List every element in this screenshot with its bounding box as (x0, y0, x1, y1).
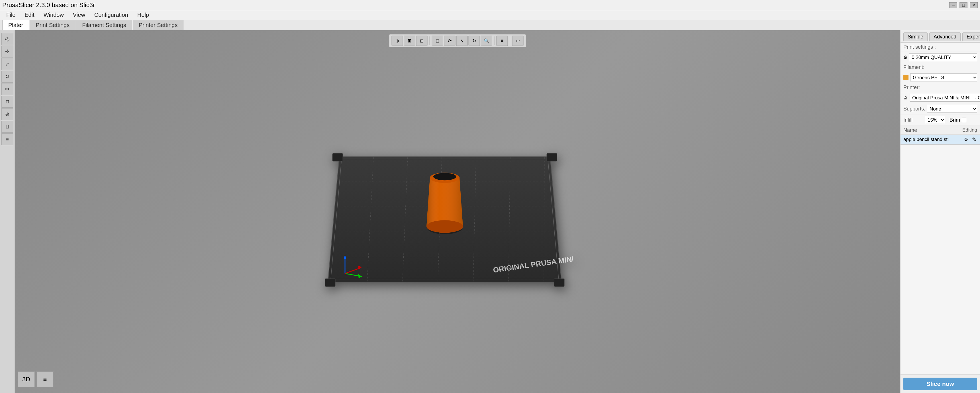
menu-item-edit[interactable]: Edit (21, 11, 38, 19)
slice-button[interactable]: Slice now (904, 378, 977, 390)
col-name-header: Name (904, 127, 955, 133)
svg-point-27 (433, 173, 456, 180)
view-3d-btn[interactable]: 3D (18, 371, 35, 387)
rotate-button[interactable]: ↻ (469, 36, 480, 46)
brim-label: Brim (950, 117, 960, 123)
minimize-button[interactable]: ─ (949, 2, 957, 8)
supports-row: Supports: None (900, 103, 980, 115)
quality-select[interactable]: 0.20mm QUALITY (909, 53, 977, 61)
toolbar-divider (510, 37, 510, 45)
delete-object-button[interactable]: 🗑 (404, 36, 415, 46)
tab-bar: PlaterPrint SettingsFilament SettingsPri… (0, 20, 980, 30)
menu-item-view[interactable]: View (69, 11, 89, 19)
menu-item-window[interactable]: Window (40, 11, 68, 19)
view-controls: 3D≡ (18, 371, 54, 387)
menu-item-help[interactable]: Help (133, 11, 153, 19)
fdm-support-tool[interactable]: ⊔ (2, 121, 13, 133)
support-tool[interactable]: ⊓ (2, 96, 13, 108)
brim-checkbox[interactable] (962, 118, 966, 122)
object-row[interactable]: apple pencil stand.stl ⚙ ✎ (900, 135, 980, 145)
viewport[interactable]: ⊕🗑⊞⊟⟳⤡↻🔍≡↩ (15, 30, 900, 393)
svg-rect-15 (554, 278, 564, 286)
tab-print-settings[interactable]: Print Settings (30, 20, 75, 30)
infill-brim-row: Infill 15% Brim (900, 115, 980, 126)
filament-select-row: Generic PETG (900, 72, 980, 83)
quality-row: ⚙ 0.20mm QUALITY (900, 52, 980, 63)
object-edit-icon[interactable]: ✎ (971, 137, 977, 143)
tab-printer-settings[interactable]: Printer Settings (133, 20, 184, 30)
print-settings-label: Print settings : (904, 44, 936, 50)
close-button[interactable]: ✕ (970, 2, 978, 8)
menu-item-configuration[interactable]: Configuration (90, 11, 132, 19)
move-tool[interactable]: ✛ (2, 46, 13, 57)
object-list: apple pencil stand.stl ⚙ ✎ (900, 135, 980, 145)
tab-filament-settings[interactable]: Filament Settings (76, 20, 132, 30)
toolbar-divider (494, 37, 495, 45)
svg-marker-25 (426, 178, 463, 226)
main-area: ◎✛⤢↻✂⊓⊕⊔≡ ⊕🗑⊞⊟⟳⤡↻🔍≡↩ (0, 30, 980, 393)
toolbar-divider (430, 37, 430, 45)
filament-select[interactable]: Generic PETG (910, 73, 977, 81)
infill-label: Infill (904, 117, 923, 123)
seam-tool[interactable]: ⊕ (2, 108, 13, 120)
object-filename: apple pencil stand.stl (904, 137, 961, 142)
split-object-button[interactable]: ⊞ (416, 36, 428, 46)
printer-icon: 🖨 (904, 95, 908, 100)
menu-item-file[interactable]: File (2, 11, 19, 19)
maximize-button[interactable]: □ (959, 2, 967, 8)
scale-tool-tool[interactable]: ⤢ (2, 58, 13, 70)
mode-simple-button[interactable]: Simple (904, 32, 928, 41)
more-settings-button[interactable]: ≡ (496, 36, 508, 46)
viewport-toolbar: ⊕🗑⊞⊟⟳⤡↻🔍≡↩ (389, 34, 526, 47)
mode-advanced-button[interactable]: Advanced (929, 32, 961, 41)
layer-range-tool[interactable]: ≡ (2, 133, 13, 145)
right-panel: SimpleAdvancedExpertExport Print setting… (900, 30, 980, 393)
svg-rect-12 (332, 153, 343, 161)
svg-rect-13 (547, 153, 557, 161)
quality-icon: ⚙ (904, 55, 907, 60)
cut-tool[interactable]: ✂ (2, 83, 13, 95)
printer-label: Printer: (904, 84, 923, 91)
supports-label: Supports: (904, 106, 925, 112)
app-title: PrusaSlicer 2.3.0 based on Slic3r (2, 2, 95, 9)
add-object-button[interactable]: ⊕ (392, 36, 403, 46)
title-bar: PrusaSlicer 2.3.0 based on Slic3r ─ □ ✕ (0, 0, 980, 10)
bed-container: ORIGINAL PRUSA MINI (317, 134, 573, 306)
slice-button-container: Slice now (900, 374, 980, 393)
svg-rect-14 (325, 278, 335, 286)
infill-select[interactable]: 15% (925, 116, 945, 124)
window-controls: ─ □ ✕ (949, 2, 978, 8)
printer-row: Printer: (900, 83, 980, 92)
object-settings-icon[interactable]: ⚙ (963, 137, 969, 143)
menu-bar: FileEditWindowViewConfigurationHelp (0, 10, 980, 20)
mode-expert-button[interactable]: Expert (963, 32, 980, 41)
filament-color[interactable] (904, 75, 908, 80)
printer-select-row: 🖨 Original Prusa MINI & MINI+ - Copy (900, 92, 980, 103)
scale-button[interactable]: ⤡ (457, 36, 468, 46)
col-editing-header: Editing (955, 127, 977, 133)
orientation-button[interactable]: ⟳ (444, 36, 455, 46)
filament-label: Filament: (904, 64, 924, 70)
print-settings-row: Print settings : (900, 43, 980, 52)
filament-row: Filament: (900, 63, 980, 72)
view-layers-btn[interactable]: ≡ (37, 371, 54, 387)
arrange-button[interactable]: ⊟ (432, 36, 443, 46)
panel-header: SimpleAdvancedExpertExport (900, 30, 980, 43)
print-bed: ORIGINAL PRUSA MINI (317, 134, 573, 305)
object-list-header: Name Editing (900, 126, 980, 135)
svg-point-28 (426, 220, 463, 233)
rotate-tool-tool[interactable]: ↻ (2, 71, 13, 83)
left-toolbar: ◎✛⤢↻✂⊓⊕⊔≡ (0, 30, 15, 393)
supports-select[interactable]: None (927, 105, 977, 113)
zoom-button[interactable]: 🔍 (481, 36, 492, 46)
printer-select[interactable]: Original Prusa MINI & MINI+ - Copy (910, 94, 980, 102)
tab-plater[interactable]: Plater (2, 20, 29, 30)
undo-button[interactable]: ↩ (512, 36, 523, 46)
select-tool[interactable]: ◎ (2, 33, 13, 45)
